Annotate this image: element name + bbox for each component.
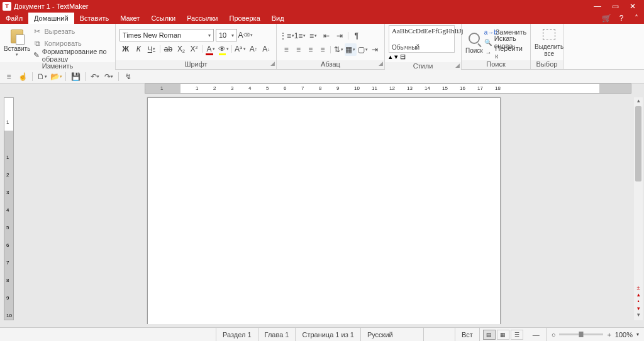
font-size-select[interactable]: 10▾ — [216, 29, 237, 41]
marker-red-icon[interactable]: ± — [634, 284, 643, 291]
help-icon[interactable]: ? — [614, 13, 629, 24]
pointer-button[interactable]: ↯ — [122, 71, 135, 82]
status-bar: Раздел 1 Глава 1 Страница 1 из 1 Русский… — [0, 327, 644, 341]
collapse-ribbon-icon[interactable]: ˄ — [629, 13, 644, 24]
view-normal-button[interactable]: ▤ — [483, 330, 496, 340]
new-doc-button[interactable]: 🗋▾ — [36, 71, 48, 82]
justify-button[interactable]: ≡ — [317, 43, 328, 56]
menu-view[interactable]: Вид — [266, 13, 290, 24]
cart-icon[interactable]: 🛒 — [599, 13, 614, 24]
minimize-button[interactable]: — — [589, 0, 606, 13]
style-up[interactable]: ▴ — [389, 53, 392, 60]
subscript-button[interactable]: X2 — [175, 43, 187, 55]
ruler-tick: 16 — [460, 85, 465, 91]
highlight-button[interactable]: 👁▾ — [218, 43, 230, 55]
status-language[interactable]: Русский — [361, 328, 424, 341]
font-color-button[interactable]: A▾ — [204, 43, 217, 55]
dialog-launcher[interactable]: ◢ — [455, 62, 460, 68]
zoom-out-button[interactable]: ○ — [552, 331, 556, 338]
zoom-value[interactable]: 100% — [615, 331, 633, 338]
menu-home[interactable]: Домашний — [28, 13, 74, 24]
font-name-select[interactable]: Times New Roman▾ — [119, 29, 214, 41]
close-button[interactable]: ✕ — [624, 0, 641, 13]
style-more[interactable]: ⊟ — [400, 53, 406, 60]
tabs-button[interactable]: ⇥ — [369, 43, 380, 56]
select-icon — [543, 29, 555, 40]
open-button[interactable]: 📂▾ — [50, 71, 62, 82]
dialog-launcher[interactable]: ◢ — [270, 60, 275, 67]
inc-indent-button[interactable]: ⇥ — [333, 30, 346, 42]
group-paragraph: ⋮≡▾ 1≡▾ ≡▾ ⇤ ⇥ ¶ ≡ ≡ ≡ ≡ ⇅▾ ▦▾ ▢▾ ⇥ Абза… — [277, 24, 385, 69]
paste-icon — [11, 30, 23, 43]
menu-mailings[interactable]: Рассылки — [181, 13, 223, 24]
undo-button[interactable]: ↶▾ — [89, 71, 101, 82]
align-left-button[interactable]: ≡ — [280, 43, 292, 56]
case-button[interactable]: Aᵃ▾ — [234, 43, 247, 55]
scroll-thumb[interactable] — [635, 106, 641, 181]
status-section[interactable]: Раздел 1 — [216, 328, 258, 341]
menu-insert[interactable]: Вставить — [74, 13, 115, 24]
paste-button[interactable]: Вставить ▾ — [4, 29, 30, 57]
group-styles: AaBbCcDdEeFfGgHhIiJj Обычный ▴ ▾ ⊟ Стили… — [385, 24, 462, 69]
scroll-up-icon[interactable]: ▴ — [634, 97, 643, 106]
vertical-ruler[interactable]: 112345678910 — [4, 97, 14, 320]
bullets-button[interactable]: ⋮≡▾ — [280, 30, 293, 42]
view-outline-button[interactable]: ☰ — [511, 330, 523, 340]
zoom-slider[interactable] — [559, 333, 603, 335]
menu-links[interactable]: Ссылки — [145, 13, 181, 24]
zoom-dropdown-icon[interactable]: ▾ — [636, 332, 639, 337]
goto-button[interactable]: →Перейти к — [484, 47, 526, 57]
underline-button[interactable]: Ч▾ — [145, 43, 158, 55]
status-chapter[interactable]: Глава 1 — [258, 328, 296, 341]
borders-button[interactable]: ▢▾ — [357, 43, 369, 56]
qat-menu-icon[interactable]: ≡ — [3, 71, 15, 82]
style-normal[interactable]: AaBbCcDdEeFfGgHhIiJj Обычный — [389, 25, 455, 53]
numbering-button[interactable]: 1≡▾ — [294, 30, 306, 42]
menu-layout[interactable]: Макет — [114, 13, 145, 24]
ruler-tick: 2 — [213, 85, 216, 91]
align-right-button[interactable]: ≡ — [305, 43, 316, 56]
scroll-down-icon[interactable]: ▾ — [634, 311, 643, 320]
redo-button[interactable]: ↷▾ — [103, 71, 115, 82]
brush-icon — [33, 51, 39, 60]
save-button[interactable]: 💾 — [69, 71, 82, 82]
style-down[interactable]: ▾ — [394, 53, 398, 60]
menu-file[interactable]: Файл — [0, 13, 28, 24]
clear-format-button[interactable]: A⌫▾ — [239, 29, 252, 41]
horizontal-ruler[interactable]: 21123456789101112131415161718 — [145, 84, 631, 94]
status-extra[interactable]: — — [526, 328, 547, 341]
page[interactable] — [147, 97, 501, 324]
line-spacing-button[interactable]: ⇅▾ — [333, 43, 344, 56]
bold-button[interactable]: Ж — [119, 43, 132, 55]
marker-dot-icon[interactable]: • — [634, 298, 643, 305]
view-master-button[interactable]: ▦ — [497, 330, 509, 340]
qat-touch-icon[interactable]: ☝ — [16, 71, 29, 82]
multilevel-button[interactable]: ≡▾ — [307, 30, 319, 42]
ribbon: Вставить ▾ Вырезать Копировать Форматиро… — [0, 24, 644, 70]
show-marks-button[interactable]: ¶ — [350, 30, 363, 42]
group-clipboard: Вставить ▾ Вырезать Копировать Форматиро… — [0, 24, 116, 69]
cut-button[interactable]: Вырезать — [33, 25, 111, 37]
status-insert[interactable]: Вст — [455, 328, 480, 341]
find-button[interactable]: Поиск — [465, 31, 483, 54]
align-center-button[interactable]: ≡ — [292, 43, 304, 56]
dialog-launcher[interactable]: ◢ — [379, 60, 383, 67]
ruler-tick: 10 — [354, 85, 360, 91]
shrink-font-button[interactable]: A↓ — [260, 43, 272, 55]
superscript-button[interactable]: X2 — [188, 43, 201, 55]
maximize-button[interactable]: ▭ — [606, 0, 624, 13]
marker-up-icon[interactable]: ▴ — [634, 291, 643, 298]
strike-button[interactable]: ab — [162, 43, 175, 55]
select-all-button[interactable]: Выделить все — [535, 27, 564, 57]
dec-indent-button[interactable]: ⇤ — [320, 30, 333, 42]
menu-review[interactable]: Проверка — [224, 13, 266, 24]
grow-font-button[interactable]: A↑ — [247, 43, 260, 55]
ruler-tick: 5 — [266, 85, 269, 91]
shading-button[interactable]: ▦▾ — [345, 43, 356, 56]
format-painter-button[interactable]: Форматирование по образцу — [33, 49, 111, 61]
status-page[interactable]: Страница 1 из 1 — [296, 328, 360, 341]
zoom-in-button[interactable]: + — [607, 331, 611, 338]
marker-down-icon[interactable]: ▾ — [634, 305, 643, 311]
italic-button[interactable]: К — [133, 43, 145, 55]
ruler-tick: 1 — [196, 85, 198, 91]
